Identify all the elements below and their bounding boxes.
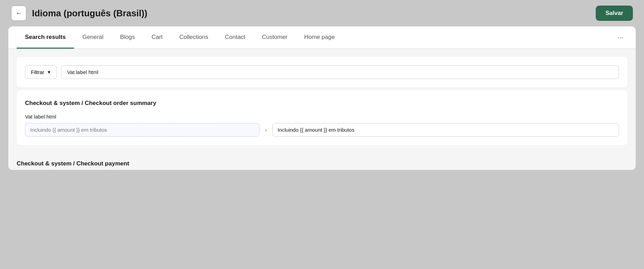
result-section: Checkout & system / Checkout order summa… bbox=[17, 90, 627, 145]
save-button[interactable]: Salvar bbox=[596, 6, 633, 21]
target-input[interactable] bbox=[272, 123, 619, 137]
page-title: Idioma (português (Brasil)) bbox=[32, 8, 147, 19]
back-button[interactable]: ← bbox=[11, 6, 26, 21]
back-icon: ← bbox=[16, 10, 22, 17]
source-input[interactable] bbox=[25, 123, 259, 137]
search-section: Filtrar ▼ bbox=[17, 57, 627, 87]
top-bar-left: ← Idioma (português (Brasil)) bbox=[11, 6, 147, 21]
bottom-section-heading: Checkout & system / Checkout payment bbox=[17, 160, 627, 167]
search-input[interactable] bbox=[61, 65, 619, 79]
bottom-heading-area: Checkout & system / Checkout payment bbox=[8, 153, 636, 170]
search-row: Filtrar ▼ bbox=[25, 65, 619, 79]
filter-label: Filtrar bbox=[31, 69, 44, 75]
tab-cart[interactable]: Cart bbox=[143, 27, 171, 49]
tab-home-page[interactable]: Home page bbox=[296, 27, 343, 49]
filter-chevron-icon: ▼ bbox=[47, 70, 51, 75]
tab-contact[interactable]: Contact bbox=[216, 27, 254, 49]
tabs-bar: Search results General Blogs Cart Collec… bbox=[8, 26, 636, 49]
main-card: Search results General Blogs Cart Collec… bbox=[8, 26, 636, 170]
tab-search-results[interactable]: Search results bbox=[17, 27, 74, 49]
filter-button[interactable]: Filtrar ▼ bbox=[25, 65, 57, 79]
section-heading: Checkout & system / Checkout order summa… bbox=[25, 100, 619, 107]
arrow-icon: › bbox=[265, 127, 267, 133]
tabs-more-button[interactable]: ··· bbox=[613, 26, 627, 48]
tab-blogs[interactable]: Blogs bbox=[112, 27, 143, 49]
tab-customer[interactable]: Customer bbox=[254, 27, 296, 49]
tab-collections[interactable]: Collections bbox=[171, 27, 216, 49]
translation-row: › bbox=[25, 123, 619, 137]
content-area: Filtrar ▼ Checkout & system / Checkout o… bbox=[8, 49, 636, 153]
field-label: Vat label html bbox=[25, 114, 619, 120]
tab-general[interactable]: General bbox=[74, 27, 112, 49]
top-bar: ← Idioma (português (Brasil)) Salvar bbox=[0, 0, 644, 26]
